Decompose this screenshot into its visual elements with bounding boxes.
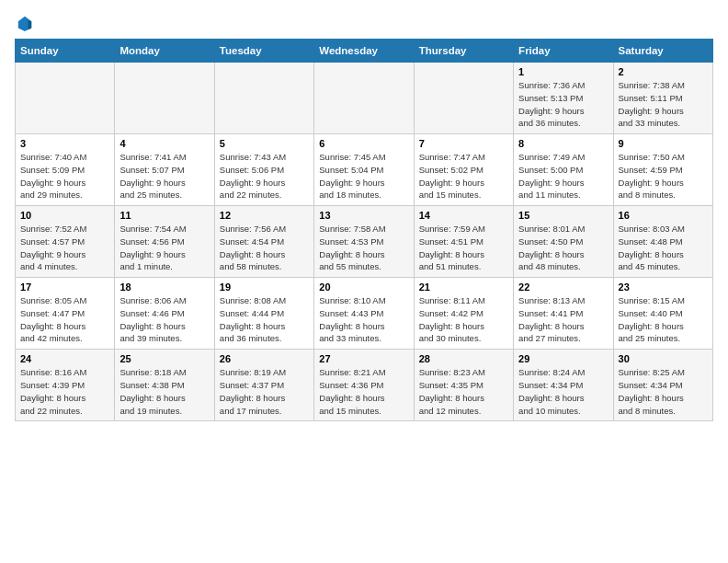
calendar-cell: 3Sunrise: 7:40 AM Sunset: 5:09 PM Daylig… bbox=[16, 134, 115, 206]
calendar-cell: 26Sunrise: 8:19 AM Sunset: 4:37 PM Dayli… bbox=[214, 350, 313, 421]
calendar-cell bbox=[115, 63, 214, 134]
day-number: 8 bbox=[518, 138, 608, 149]
day-info: Sunrise: 8:24 AM Sunset: 4:34 PM Dayligh… bbox=[518, 366, 608, 417]
calendar-cell: 4Sunrise: 7:41 AM Sunset: 5:07 PM Daylig… bbox=[115, 134, 214, 206]
day-info: Sunrise: 8:10 AM Sunset: 4:43 PM Dayligh… bbox=[319, 294, 408, 345]
day-number: 26 bbox=[220, 353, 309, 364]
day-number: 13 bbox=[319, 210, 408, 221]
day-info: Sunrise: 7:58 AM Sunset: 4:53 PM Dayligh… bbox=[319, 223, 408, 273]
day-info: Sunrise: 8:25 AM Sunset: 4:34 PM Dayligh… bbox=[619, 366, 708, 417]
calendar-cell bbox=[414, 63, 513, 134]
day-number: 19 bbox=[220, 282, 309, 293]
calendar-cell bbox=[314, 63, 414, 134]
calendar-cell: 8Sunrise: 7:49 AM Sunset: 5:00 PM Daylig… bbox=[514, 134, 613, 206]
day-number: 28 bbox=[419, 353, 508, 364]
calendar-week-row: 24Sunrise: 8:16 AM Sunset: 4:39 PM Dayli… bbox=[16, 350, 713, 421]
day-info: Sunrise: 7:49 AM Sunset: 5:00 PM Dayligh… bbox=[518, 151, 608, 201]
day-number: 3 bbox=[20, 138, 109, 149]
day-number: 4 bbox=[119, 138, 209, 149]
calendar-cell: 9Sunrise: 7:50 AM Sunset: 4:59 PM Daylig… bbox=[613, 134, 712, 206]
calendar-cell: 10Sunrise: 7:52 AM Sunset: 4:57 PM Dayli… bbox=[16, 206, 115, 278]
calendar-cell: 13Sunrise: 7:58 AM Sunset: 4:53 PM Dayli… bbox=[314, 206, 414, 278]
calendar-cell: 29Sunrise: 8:24 AM Sunset: 4:34 PM Dayli… bbox=[514, 350, 613, 421]
calendar-cell: 7Sunrise: 7:47 AM Sunset: 5:02 PM Daylig… bbox=[414, 134, 513, 206]
day-info: Sunrise: 8:16 AM Sunset: 4:39 PM Dayligh… bbox=[20, 366, 109, 417]
day-number: 30 bbox=[619, 353, 708, 364]
day-info: Sunrise: 7:41 AM Sunset: 5:07 PM Dayligh… bbox=[119, 151, 209, 201]
weekday-header: Monday bbox=[115, 40, 214, 63]
day-info: Sunrise: 8:01 AM Sunset: 4:50 PM Dayligh… bbox=[518, 223, 608, 273]
day-info: Sunrise: 7:40 AM Sunset: 5:09 PM Dayligh… bbox=[20, 151, 109, 201]
weekday-header: Friday bbox=[514, 40, 613, 63]
calendar-cell bbox=[214, 63, 313, 134]
day-info: Sunrise: 7:52 AM Sunset: 4:57 PM Dayligh… bbox=[20, 223, 109, 273]
calendar-cell: 6Sunrise: 7:45 AM Sunset: 5:04 PM Daylig… bbox=[314, 134, 414, 206]
day-number: 7 bbox=[419, 138, 508, 149]
day-info: Sunrise: 8:08 AM Sunset: 4:44 PM Dayligh… bbox=[220, 294, 309, 345]
day-info: Sunrise: 7:54 AM Sunset: 4:56 PM Dayligh… bbox=[119, 223, 209, 273]
day-number: 10 bbox=[20, 210, 109, 221]
logo-icon bbox=[17, 15, 33, 31]
day-info: Sunrise: 8:18 AM Sunset: 4:38 PM Dayligh… bbox=[119, 366, 209, 417]
calendar-cell: 14Sunrise: 7:59 AM Sunset: 4:51 PM Dayli… bbox=[414, 206, 513, 278]
day-info: Sunrise: 8:05 AM Sunset: 4:47 PM Dayligh… bbox=[20, 294, 109, 345]
day-number: 12 bbox=[220, 210, 309, 221]
day-number: 23 bbox=[619, 282, 708, 293]
calendar-cell: 25Sunrise: 8:18 AM Sunset: 4:38 PM Dayli… bbox=[115, 350, 214, 421]
weekday-header: Wednesday bbox=[314, 40, 414, 63]
day-number: 6 bbox=[319, 138, 408, 149]
day-info: Sunrise: 7:56 AM Sunset: 4:54 PM Dayligh… bbox=[220, 223, 309, 273]
calendar-cell: 16Sunrise: 8:03 AM Sunset: 4:48 PM Dayli… bbox=[613, 206, 712, 278]
day-info: Sunrise: 8:06 AM Sunset: 4:46 PM Dayligh… bbox=[119, 294, 209, 345]
day-info: Sunrise: 8:03 AM Sunset: 4:48 PM Dayligh… bbox=[619, 223, 708, 273]
day-number: 22 bbox=[518, 282, 608, 293]
day-number: 17 bbox=[20, 282, 109, 293]
day-info: Sunrise: 7:45 AM Sunset: 5:04 PM Dayligh… bbox=[319, 151, 408, 201]
day-number: 29 bbox=[518, 353, 608, 364]
header bbox=[15, 15, 713, 31]
calendar-cell: 30Sunrise: 8:25 AM Sunset: 4:34 PM Dayli… bbox=[613, 350, 712, 421]
day-number: 16 bbox=[619, 210, 708, 221]
weekday-header: Thursday bbox=[414, 40, 513, 63]
day-info: Sunrise: 8:11 AM Sunset: 4:42 PM Dayligh… bbox=[419, 294, 508, 345]
day-info: Sunrise: 7:43 AM Sunset: 5:06 PM Dayligh… bbox=[220, 151, 309, 201]
weekday-header: Tuesday bbox=[214, 40, 313, 63]
day-number: 18 bbox=[119, 282, 209, 293]
calendar-cell bbox=[16, 63, 115, 134]
calendar-cell: 20Sunrise: 8:10 AM Sunset: 4:43 PM Dayli… bbox=[314, 278, 414, 350]
calendar-cell: 11Sunrise: 7:54 AM Sunset: 4:56 PM Dayli… bbox=[115, 206, 214, 278]
day-number: 11 bbox=[119, 210, 209, 221]
day-info: Sunrise: 7:36 AM Sunset: 5:13 PM Dayligh… bbox=[518, 79, 608, 130]
calendar-cell: 1Sunrise: 7:36 AM Sunset: 5:13 PM Daylig… bbox=[514, 63, 613, 134]
calendar-cell: 2Sunrise: 7:38 AM Sunset: 5:11 PM Daylig… bbox=[613, 63, 712, 134]
calendar-cell: 22Sunrise: 8:13 AM Sunset: 4:41 PM Dayli… bbox=[514, 278, 613, 350]
day-number: 5 bbox=[220, 138, 309, 149]
calendar-cell: 23Sunrise: 8:15 AM Sunset: 4:40 PM Dayli… bbox=[613, 278, 712, 350]
day-info: Sunrise: 8:23 AM Sunset: 4:35 PM Dayligh… bbox=[419, 366, 508, 417]
day-info: Sunrise: 8:19 AM Sunset: 4:37 PM Dayligh… bbox=[220, 366, 309, 417]
day-number: 25 bbox=[119, 353, 209, 364]
calendar-table: SundayMondayTuesdayWednesdayThursdayFrid… bbox=[15, 39, 713, 421]
calendar-cell: 17Sunrise: 8:05 AM Sunset: 4:47 PM Dayli… bbox=[16, 278, 115, 350]
calendar-cell: 18Sunrise: 8:06 AM Sunset: 4:46 PM Dayli… bbox=[115, 278, 214, 350]
calendar-cell: 28Sunrise: 8:23 AM Sunset: 4:35 PM Dayli… bbox=[414, 350, 513, 421]
calendar-cell: 19Sunrise: 8:08 AM Sunset: 4:44 PM Dayli… bbox=[214, 278, 313, 350]
day-number: 14 bbox=[419, 210, 508, 221]
calendar-week-row: 1Sunrise: 7:36 AM Sunset: 5:13 PM Daylig… bbox=[16, 63, 713, 134]
weekday-header: Saturday bbox=[613, 40, 712, 63]
calendar-cell: 24Sunrise: 8:16 AM Sunset: 4:39 PM Dayli… bbox=[16, 350, 115, 421]
day-number: 20 bbox=[319, 282, 408, 293]
day-info: Sunrise: 8:15 AM Sunset: 4:40 PM Dayligh… bbox=[619, 294, 708, 345]
calendar-week-row: 10Sunrise: 7:52 AM Sunset: 4:57 PM Dayli… bbox=[16, 206, 713, 278]
day-info: Sunrise: 7:59 AM Sunset: 4:51 PM Dayligh… bbox=[419, 223, 508, 273]
calendar-cell: 15Sunrise: 8:01 AM Sunset: 4:50 PM Dayli… bbox=[514, 206, 613, 278]
calendar-cell: 27Sunrise: 8:21 AM Sunset: 4:36 PM Dayli… bbox=[314, 350, 414, 421]
day-info: Sunrise: 7:50 AM Sunset: 4:59 PM Dayligh… bbox=[619, 151, 708, 201]
day-number: 1 bbox=[518, 66, 608, 77]
day-info: Sunrise: 7:38 AM Sunset: 5:11 PM Dayligh… bbox=[619, 79, 708, 130]
calendar-cell: 21Sunrise: 8:11 AM Sunset: 4:42 PM Dayli… bbox=[414, 278, 513, 350]
day-number: 24 bbox=[20, 353, 109, 364]
day-info: Sunrise: 8:21 AM Sunset: 4:36 PM Dayligh… bbox=[319, 366, 408, 417]
day-number: 15 bbox=[518, 210, 608, 221]
day-number: 27 bbox=[319, 353, 408, 364]
